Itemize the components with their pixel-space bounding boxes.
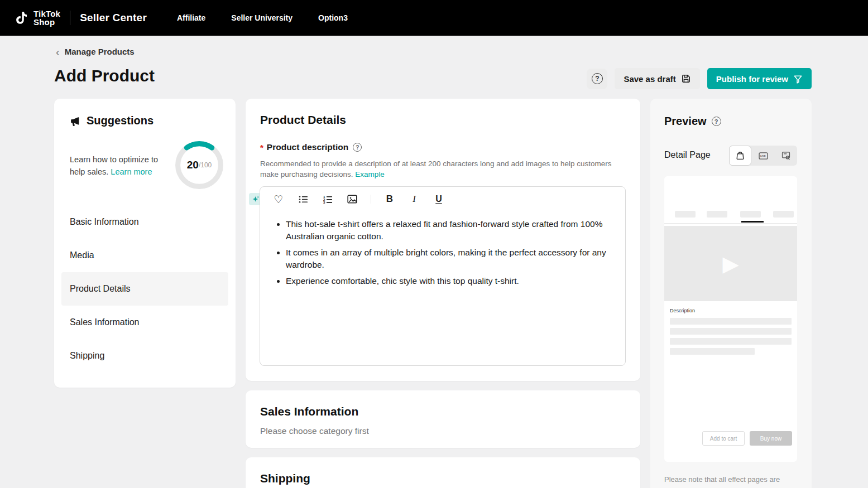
preview-description-label: Description: [670, 308, 695, 313]
placeholder-tab: [740, 211, 761, 218]
placeholder-tab: [675, 211, 696, 218]
placeholder-tab: [773, 211, 794, 218]
description-editor-content[interactable]: This hot-sale t-shirt offers a relaxed f…: [260, 210, 625, 287]
score-value: 20: [187, 159, 199, 171]
megaphone-icon: [70, 115, 80, 126]
field-label: Product description: [267, 142, 348, 152]
active-tab-underline: [741, 221, 764, 223]
publish-for-review-button[interactable]: Publish for review: [707, 68, 812, 89]
bold-button[interactable]: B: [383, 193, 396, 205]
ordered-list-icon[interactable]: 1 2 3: [322, 193, 334, 205]
preview-title: Preview: [664, 115, 707, 128]
suggestions-title: Suggestions: [87, 114, 154, 127]
page-search-icon: [781, 151, 791, 161]
logo-divider: [70, 11, 70, 25]
tiktok-note-icon: [15, 10, 29, 26]
preview-disclaimer: Please note that all effect pages are pr…: [664, 474, 792, 488]
app-name: Seller Center: [80, 12, 147, 24]
publish-label: Publish for review: [716, 74, 788, 84]
description-bullet: This hot-sale t-shirt offers a relaxed f…: [286, 218, 611, 242]
top-nav: Affiliate Seller University Option3: [177, 13, 348, 22]
menu-item-media[interactable]: Media: [61, 239, 228, 272]
product-details-section: Product Details * Product description ? …: [246, 99, 640, 381]
top-bar: TikTok Shop Seller Center Affiliate Sell…: [0, 0, 868, 36]
detail-page-preview-mockup: ▶ Description Add to cart Buy now: [664, 176, 797, 462]
menu-item-sales-information[interactable]: Sales Information: [61, 306, 228, 339]
video-placeholder: ▶: [664, 226, 797, 301]
nav-seller-university[interactable]: Seller University: [231, 13, 292, 22]
page-title: Add Product: [54, 66, 155, 85]
svg-text:LIVE: LIVE: [760, 154, 765, 157]
tab-divider: [664, 223, 797, 224]
description-bullet: It comes in an array of multiple bright …: [286, 247, 611, 270]
breadcrumb[interactable]: ‹ Manage Products: [56, 47, 135, 56]
tab-live-preview[interactable]: LIVE: [752, 146, 774, 166]
sales-information-title: Sales Information: [260, 405, 358, 418]
shipping-section: Shipping: [246, 457, 640, 488]
score-max: /100: [199, 161, 212, 169]
tab-detail-page[interactable]: [729, 146, 751, 166]
suggestions-panel: Suggestions Learn how to optimize to hel…: [54, 99, 236, 388]
tiktok-shop-logo[interactable]: TikTok Shop: [15, 9, 60, 26]
play-icon: ▶: [722, 253, 738, 274]
score-label: 20/100: [172, 138, 226, 192]
text-placeholder-bar: [670, 328, 792, 335]
live-icon: LIVE: [758, 151, 769, 161]
svg-text:3: 3: [323, 200, 325, 204]
shopping-bag-icon: [735, 151, 745, 161]
toolbar-divider: [371, 195, 371, 204]
suggestions-menu: Basic Information Media Product Details …: [54, 205, 236, 373]
sales-information-section: Sales Information Please choose category…: [246, 390, 640, 448]
sales-information-hint: Please choose category first: [260, 426, 369, 436]
underline-button[interactable]: U: [433, 193, 445, 205]
question-icon: ?: [592, 73, 603, 84]
menu-item-shipping[interactable]: Shipping: [61, 339, 228, 373]
text-placeholder-bar: [670, 318, 792, 325]
product-description-field-label: * Product description ?: [260, 142, 362, 152]
description-editor: ♡ 1 2 3: [260, 186, 626, 366]
logo-text: TikTok Shop: [33, 9, 60, 26]
page-actions: ? Save as draft Publish for review: [587, 68, 812, 89]
funnel-icon: [793, 74, 803, 84]
breadcrumb-label: Manage Products: [65, 47, 135, 56]
suggestions-header: Suggestions: [70, 114, 154, 127]
ai-sparkle-icon: [251, 195, 260, 204]
menu-item-product-details[interactable]: Product Details: [61, 272, 228, 306]
help-button[interactable]: ?: [587, 69, 607, 89]
preview-header: Preview ?: [664, 115, 721, 128]
description-bullet: Experience comfortable, chic style with …: [286, 275, 611, 287]
suggestions-description: Learn how to optimize to help sales. Lea…: [70, 153, 169, 178]
save-as-draft-button[interactable]: Save as draft: [615, 68, 699, 89]
placeholder-tab: [707, 211, 727, 218]
product-details-title: Product Details: [260, 113, 346, 127]
preview-buy-now-button: Buy now: [750, 431, 792, 446]
learn-more-link[interactable]: Learn more: [111, 167, 152, 176]
menu-item-basic-information[interactable]: Basic Information: [61, 205, 228, 239]
preview-mode-tabs: LIVE: [729, 146, 797, 166]
field-help-icon[interactable]: ?: [353, 143, 362, 152]
score-ring: 20/100: [172, 138, 226, 192]
italic-button[interactable]: I: [408, 193, 420, 205]
example-link[interactable]: Example: [355, 170, 385, 178]
description-hint-text: Recommended to provide a description of …: [260, 160, 612, 178]
insert-image-icon[interactable]: [346, 193, 358, 205]
back-chevron-icon: ‹: [56, 48, 60, 56]
text-placeholder-bar: [670, 348, 755, 355]
save-as-draft-label: Save as draft: [624, 74, 675, 84]
tab-search-preview[interactable]: [775, 146, 797, 166]
preview-add-to-cart-button: Add to cart: [702, 431, 745, 446]
preview-panel: Preview ? Detail Page LIVE: [650, 99, 812, 488]
required-asterisk: *: [260, 143, 263, 152]
nav-option3[interactable]: Option3: [318, 13, 348, 22]
description-hint: Recommended to provide a description of …: [260, 158, 622, 180]
editor-toolbar: ♡ 1 2 3: [260, 187, 625, 210]
nav-affiliate[interactable]: Affiliate: [177, 13, 205, 22]
preview-help-icon[interactable]: ?: [712, 117, 721, 126]
favorite-icon[interactable]: ♡: [272, 193, 285, 205]
text-placeholder-bar: [670, 338, 792, 345]
shipping-title: Shipping: [260, 472, 310, 485]
bullet-list-icon[interactable]: [297, 193, 309, 205]
save-icon: [681, 74, 691, 84]
detail-page-label: Detail Page: [664, 150, 711, 160]
